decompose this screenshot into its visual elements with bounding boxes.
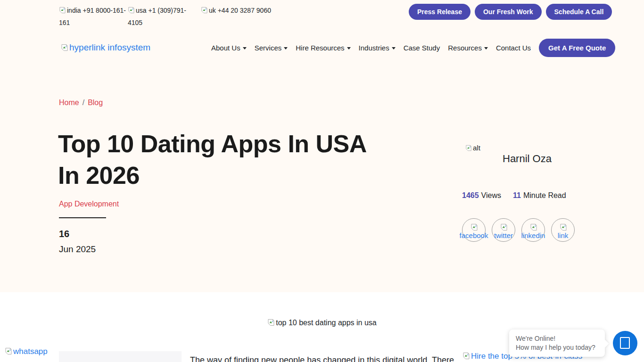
views-count: 1465 bbox=[462, 191, 479, 199]
nav-case-study[interactable]: Case Study bbox=[404, 44, 440, 52]
nav-about-us[interactable]: About Us bbox=[211, 44, 247, 52]
chat-message-text: How may I help you today? bbox=[516, 343, 598, 352]
views-stat: 1465Views bbox=[462, 191, 501, 200]
get-a-free-quote-button[interactable]: Get A Free Quote bbox=[539, 39, 615, 57]
twitter-icon bbox=[500, 223, 508, 231]
contact-india: india +91 8000-161-161 bbox=[59, 5, 129, 29]
nav-services[interactable]: Services bbox=[255, 44, 288, 52]
breadcrumb-blog[interactable]: Blog bbox=[88, 99, 103, 107]
phone-uk[interactable]: +44 20 3287 9060 bbox=[218, 7, 271, 14]
link-icon bbox=[560, 223, 567, 231]
facebook-share-button[interactable]: facebook bbox=[462, 218, 486, 242]
share-buttons: facebook twitter linkedin link bbox=[462, 218, 575, 242]
logo-link[interactable]: hyperlink infosystem bbox=[61, 42, 150, 53]
chat-tooltip[interactable]: We're Online! How may I help you today? bbox=[509, 329, 605, 357]
chat-launcher-button[interactable] bbox=[613, 331, 637, 355]
breadcrumb-home[interactable]: Home bbox=[59, 99, 79, 107]
uk-flag-icon bbox=[201, 7, 208, 14]
usa-flag-icon bbox=[128, 7, 135, 14]
chevron-down-icon bbox=[347, 47, 351, 49]
contact-uk: uk +44 20 3287 9060 bbox=[201, 5, 281, 17]
hire-banner-icon bbox=[462, 352, 470, 360]
whatsapp-icon bbox=[5, 347, 12, 355]
chevron-down-icon bbox=[243, 47, 247, 49]
link-alt-text: link bbox=[558, 231, 569, 239]
schedule-a-call-button[interactable]: Schedule A Call bbox=[546, 4, 612, 20]
india-flag-icon bbox=[59, 7, 66, 14]
twitter-alt-text: twitter bbox=[494, 231, 513, 239]
blog-hero-image-alt-text: top 10 best dating apps in usa bbox=[276, 319, 377, 327]
sidebar-box bbox=[59, 351, 182, 362]
category-link[interactable]: App Development bbox=[59, 200, 119, 208]
article-meta: 1465Views 11Minute Read bbox=[462, 191, 566, 200]
breadcrumb-separator: / bbox=[83, 99, 84, 107]
blog-hero-image: top 10 best dating apps in usa bbox=[0, 319, 644, 327]
nav-hire-resources[interactable]: Hire Resources bbox=[296, 44, 350, 52]
whatsapp-alt-text: whatsapp bbox=[13, 347, 48, 356]
chevron-down-icon bbox=[484, 47, 488, 49]
india-flag-alt: india bbox=[67, 7, 81, 14]
nav-resources[interactable]: Resources bbox=[448, 44, 488, 52]
uk-flag-alt: uk bbox=[209, 7, 216, 14]
copy-link-share-button[interactable]: link bbox=[551, 218, 575, 242]
read-count: 11 bbox=[513, 191, 521, 199]
main-nav: About Us Services Hire Resources Industr… bbox=[211, 38, 615, 58]
views-label: Views bbox=[481, 191, 501, 199]
page-title: Top 10 Dating Apps In USA In 2026 bbox=[58, 128, 426, 191]
title-divider bbox=[59, 217, 106, 218]
publish-date-day: 16 bbox=[59, 229, 69, 239]
read-time-stat: 11Minute Read bbox=[513, 191, 566, 200]
logo-icon bbox=[61, 44, 68, 51]
avatar-icon bbox=[465, 145, 472, 151]
whatsapp-button[interactable]: whatsapp bbox=[5, 347, 48, 356]
twitter-share-button[interactable]: twitter bbox=[492, 218, 515, 242]
usa-flag-alt: usa bbox=[136, 7, 147, 14]
chevron-down-icon bbox=[392, 47, 396, 49]
facebook-alt-text: facebook bbox=[460, 231, 488, 239]
linkedin-share-button[interactable]: linkedin bbox=[521, 218, 545, 242]
publish-date-monthyear: Jun 2025 bbox=[59, 244, 96, 255]
chat-status-text: We're Online! bbox=[516, 334, 598, 343]
linkedin-alt-text: linkedin bbox=[521, 231, 545, 239]
avatar-alt-text: alt bbox=[473, 144, 480, 152]
title-line-1: Top 10 Dating Apps In USA bbox=[58, 130, 367, 157]
page: india +91 8000-161-161 usa +1 (309)791-4… bbox=[0, 0, 644, 362]
author-avatar: alt bbox=[465, 144, 480, 152]
nav-contact-us[interactable]: Contact Us bbox=[496, 44, 531, 52]
facebook-icon bbox=[471, 223, 478, 231]
linkedin-icon bbox=[530, 223, 537, 231]
contact-usa: usa +1 (309)791-4105 bbox=[128, 5, 191, 29]
topbar-buttons: Press Release Our Fresh Work Schedule A … bbox=[409, 4, 612, 20]
logo-alt-text: hyperlink infosystem bbox=[69, 42, 150, 52]
press-release-button[interactable]: Press Release bbox=[409, 4, 471, 20]
read-label: Minute Read bbox=[523, 191, 566, 199]
our-fresh-work-button[interactable]: Our Fresh Work bbox=[475, 4, 542, 20]
nav-industries[interactable]: Industries bbox=[359, 44, 396, 52]
author-name: Harnil Oza bbox=[503, 153, 552, 165]
blog-hero-image-icon bbox=[267, 319, 275, 326]
chevron-down-icon bbox=[284, 47, 288, 49]
breadcrumb: Home/Blog bbox=[59, 99, 103, 107]
chat-bubble-icon bbox=[620, 337, 630, 349]
title-line-2: In 2026 bbox=[58, 162, 140, 189]
